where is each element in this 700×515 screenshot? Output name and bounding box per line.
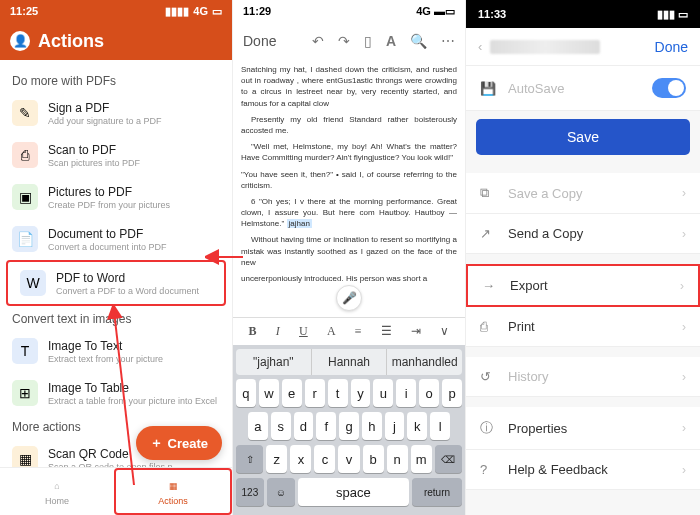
action-item[interactable]: ✎Sign a PDFAdd your signature to a PDF xyxy=(0,92,232,134)
chevron-right-icon: › xyxy=(680,279,684,293)
document-body[interactable]: Snatching my hat, I dashed down the crit… xyxy=(233,60,465,317)
numbers-key[interactable]: 123 xyxy=(236,478,264,506)
italic-button[interactable]: I xyxy=(276,324,280,339)
status-bar: 11:33 ▮▮▮ ▭ xyxy=(466,0,700,28)
row-icon: ↗ xyxy=(480,226,496,241)
action-item[interactable]: ⎙Scan to PDFScan pictures into PDF xyxy=(0,134,232,176)
search-icon[interactable]: 🔍 xyxy=(410,33,427,49)
chevron-right-icon: › xyxy=(682,186,686,200)
action-icon: W xyxy=(20,270,46,296)
chevron-right-icon: › xyxy=(682,227,686,241)
a-icon[interactable]: A xyxy=(386,33,396,49)
suggestion[interactable]: Hannah xyxy=(312,349,388,375)
more-icon[interactable]: ⋯ xyxy=(441,33,455,49)
suggestion[interactable]: "jajhan" xyxy=(236,349,312,375)
menu-print[interactable]: ⎙Print› xyxy=(466,307,700,347)
delete-key[interactable]: ⌫ xyxy=(435,445,462,473)
shift-key[interactable]: ⇧ xyxy=(236,445,263,473)
underline-button[interactable]: U xyxy=(299,324,308,339)
action-item[interactable]: 📄Document to PDFConvert a document into … xyxy=(0,218,232,260)
key-t[interactable]: t xyxy=(328,379,348,407)
highlight-button[interactable]: A xyxy=(327,324,336,339)
key-e[interactable]: e xyxy=(282,379,302,407)
create-fab[interactable]: ＋ Create xyxy=(136,426,222,460)
action-icon: ✎ xyxy=(12,100,38,126)
header-actions: 👤 Actions xyxy=(0,22,232,60)
key-g[interactable]: g xyxy=(339,412,359,440)
indent-button[interactable]: ⇥ xyxy=(411,324,421,339)
key-q[interactable]: q xyxy=(236,379,256,407)
bullets-button[interactable]: ☰ xyxy=(381,324,392,339)
home-icon: ⌂ xyxy=(49,478,65,494)
key-s[interactable]: s xyxy=(271,412,291,440)
menu-properties[interactable]: ⓘProperties› xyxy=(466,407,700,450)
menu-body: 💾 AutoSave Save ⧉Save a Copy›↗Send a Cop… xyxy=(466,66,700,515)
action-item[interactable]: ▣Pictures to PDFCreate PDF from your pic… xyxy=(0,176,232,218)
menu-send-a-copy[interactable]: ↗Send a Copy› xyxy=(466,214,700,254)
row-icon: ⎙ xyxy=(480,319,496,334)
align-button[interactable]: ≡ xyxy=(355,324,362,339)
chevron-right-icon: › xyxy=(682,370,686,384)
header-title: Actions xyxy=(38,31,104,52)
key-p[interactable]: p xyxy=(442,379,462,407)
nav-home[interactable]: ⌂ Home xyxy=(0,468,114,515)
menu-history: ↺History› xyxy=(466,357,700,397)
action-item[interactable]: WPDF to WordConvert a PDF to a Word docu… xyxy=(6,260,226,306)
action-icon: ⊞ xyxy=(12,380,38,406)
grid-icon: ▦ xyxy=(165,478,181,494)
suggestion[interactable]: manhandled xyxy=(387,349,462,375)
save-button[interactable]: Save xyxy=(476,119,690,155)
autosave-toggle[interactable] xyxy=(652,78,686,98)
mic-icon[interactable]: 🎤 xyxy=(336,285,362,311)
undo-icon[interactable]: ↶ xyxy=(312,33,324,49)
key-l[interactable]: l xyxy=(430,412,450,440)
editor-toolbar: Done ↶ ↷ ▯ A 🔍 ⋯ xyxy=(233,22,465,60)
status-time: 11:33 xyxy=(478,8,506,20)
row-icon: → xyxy=(482,278,498,293)
phone-icon[interactable]: ▯ xyxy=(364,33,372,49)
action-icon: 📄 xyxy=(12,226,38,252)
nav-actions[interactable]: ▦ Actions xyxy=(114,468,232,515)
chevron-left-icon[interactable]: ‹ xyxy=(478,39,482,54)
key-w[interactable]: w xyxy=(259,379,279,407)
action-icon: ▦ xyxy=(12,446,38,467)
key-v[interactable]: v xyxy=(338,445,359,473)
battery-icon: ▭ xyxy=(212,5,222,18)
space-key[interactable]: space xyxy=(298,478,409,506)
key-n[interactable]: n xyxy=(387,445,408,473)
menu-help-feedback[interactable]: ?Help & Feedback› xyxy=(466,450,700,490)
key-b[interactable]: b xyxy=(363,445,384,473)
key-c[interactable]: c xyxy=(314,445,335,473)
key-x[interactable]: x xyxy=(290,445,311,473)
chevron-right-icon: › xyxy=(682,463,686,477)
emoji-key[interactable]: ☺ xyxy=(267,478,295,506)
plus-icon: ＋ xyxy=(150,434,163,452)
key-f[interactable]: f xyxy=(316,412,336,440)
key-u[interactable]: u xyxy=(373,379,393,407)
key-d[interactable]: d xyxy=(294,412,314,440)
key-k[interactable]: k xyxy=(407,412,427,440)
key-j[interactable]: j xyxy=(385,412,405,440)
battery-icon: ▬▭ xyxy=(434,5,455,17)
done-button[interactable]: Done xyxy=(243,33,276,49)
key-m[interactable]: m xyxy=(411,445,432,473)
done-button[interactable]: Done xyxy=(655,39,688,55)
key-a[interactable]: a xyxy=(248,412,268,440)
action-item[interactable]: ⊞Image To TableExtract a table from your… xyxy=(0,372,232,414)
key-y[interactable]: y xyxy=(351,379,371,407)
bold-button[interactable]: B xyxy=(249,324,257,339)
expand-button[interactable]: ∨ xyxy=(440,324,449,339)
return-key[interactable]: return xyxy=(412,478,462,506)
user-icon[interactable]: 👤 xyxy=(10,31,30,51)
row-icon: ? xyxy=(480,462,496,477)
redo-icon[interactable]: ↷ xyxy=(338,33,350,49)
key-r[interactable]: r xyxy=(305,379,325,407)
key-z[interactable]: z xyxy=(266,445,287,473)
status-time: 11:25 xyxy=(10,5,38,17)
key-o[interactable]: o xyxy=(419,379,439,407)
menu-export[interactable]: →Export› xyxy=(466,264,700,307)
bottom-nav: ⌂ Home ▦ Actions xyxy=(0,467,232,515)
key-i[interactable]: i xyxy=(396,379,416,407)
key-h[interactable]: h xyxy=(362,412,382,440)
action-item[interactable]: TImage To TextExtract text from your pic… xyxy=(0,330,232,372)
